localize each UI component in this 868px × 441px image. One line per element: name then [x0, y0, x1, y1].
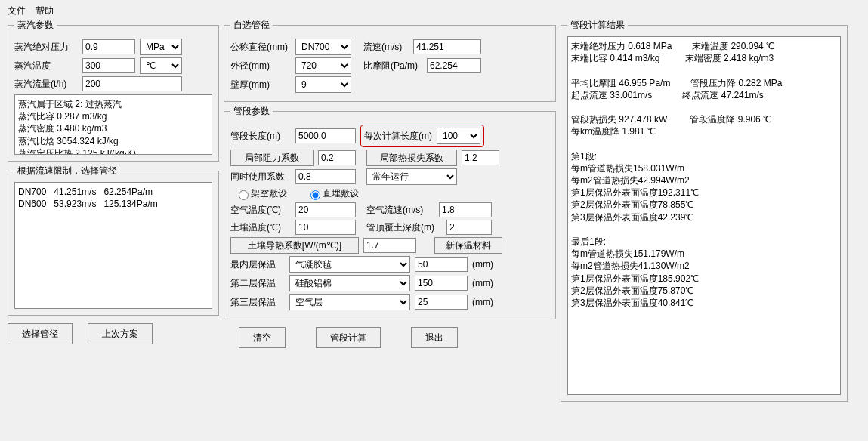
mm-2: (mm) [472, 278, 493, 288]
length-input[interactable] [295, 128, 356, 143]
soil-temp-label: 土壤温度(℃) [230, 221, 291, 234]
steam-params-group: 蒸汽参数 蒸汽绝对压力 MPa 蒸汽温度 ℃ 蒸汽流量(t/h) 蒸汽属于区域 … [8, 19, 219, 162]
run-mode-select[interactable]: 常年运行 [366, 168, 457, 185]
length-label: 管段长度(m) [230, 130, 291, 143]
abs-pressure-input[interactable] [82, 39, 135, 54]
pressure-unit-select[interactable]: MPa [140, 39, 182, 55]
simul-input[interactable] [295, 169, 356, 184]
flow-label: 蒸汽流量(t/h) [14, 78, 78, 91]
soil-cond-button[interactable]: 土壤导热系数[W/(m℃)] [230, 237, 359, 254]
steam-info-box: 蒸汽属于区域 2: 过热蒸汽 蒸汽比容 0.287 m3/kg 蒸汽密度 3.4… [14, 94, 212, 155]
self-select-legend: 自选管径 [230, 19, 273, 32]
temp-unit-select[interactable]: ℃ [140, 57, 182, 74]
new-insul-button[interactable]: 新保温材料 [434, 237, 502, 254]
od-label: 外径(mm) [230, 60, 291, 72]
menu-file[interactable]: 文件 [8, 5, 26, 16]
buried-radio-label[interactable]: 直埋敷设 [307, 187, 359, 200]
local-heat-button[interactable]: 局部热损失系数 [366, 150, 457, 166]
mm-1: (mm) [472, 259, 493, 270]
friction-label: 比摩阻(Pa/m) [363, 60, 422, 72]
calc-button[interactable]: 管段计算 [316, 327, 381, 348]
soil-temp-input[interactable] [295, 220, 356, 235]
air-temp-label: 空气温度(℃) [230, 204, 291, 217]
velocity-label: 流速(m/s) [363, 41, 409, 54]
overhead-text: 架空敷设 [251, 188, 287, 199]
menu-help[interactable]: 帮助 [36, 5, 54, 16]
cover-depth-input[interactable] [446, 220, 492, 235]
steam-params-legend: 蒸汽参数 [14, 19, 57, 32]
clear-button[interactable]: 清空 [239, 327, 286, 348]
self-select-group: 自选管径 公称直径(mm) DN700 流速(m/s) 外径(mm) 720 比… [224, 19, 556, 102]
abs-pressure-label: 蒸汽绝对压力 [14, 41, 78, 54]
last-plan-button[interactable]: 上次方案 [88, 323, 153, 344]
local-heat-input[interactable] [462, 150, 499, 165]
overhead-radio-label[interactable]: 架空敷设 [235, 187, 287, 200]
layer2-thk-input[interactable] [415, 276, 468, 291]
nominal-label: 公称直径(mm) [230, 41, 291, 54]
air-temp-input[interactable] [295, 202, 356, 217]
pipe-list-box[interactable]: DN700 41.251m/s 62.254Pa/m DN600 53.923m… [14, 182, 212, 309]
overhead-radio[interactable] [239, 190, 249, 200]
velocity-input[interactable] [413, 39, 481, 54]
local-res-button[interactable]: 局部阻力系数 [230, 150, 314, 166]
layer2-mat-select[interactable]: 硅酸铝棉 [289, 275, 410, 291]
pipe-select-group: 根据流速限制，选择管径 DN700 41.251m/s 62.254Pa/m D… [8, 165, 219, 316]
flow-input[interactable] [82, 76, 182, 91]
temp-label: 蒸汽温度 [14, 60, 78, 72]
results-box: 末端绝对压力 0.618 MPa 末端温度 290.094 ℃ 末端比容 0.4… [567, 36, 841, 395]
pipe-select-legend: 根据流速限制，选择管径 [14, 165, 120, 177]
buried-radio[interactable] [310, 190, 320, 200]
calc-len-select[interactable]: 100 [437, 128, 480, 144]
od-select[interactable]: 720 [295, 57, 351, 74]
buried-text: 直埋敷设 [323, 188, 359, 199]
mm-3: (mm) [472, 297, 493, 307]
calc-len-label: 每次计算长度(m) [364, 130, 432, 143]
local-res-input[interactable] [318, 150, 356, 165]
select-pipe-button[interactable]: 选择管径 [8, 323, 73, 344]
friction-input[interactable] [427, 58, 481, 73]
wall-label: 壁厚(mm) [230, 79, 291, 91]
cover-depth-label: 管顶覆土深度(m) [366, 221, 442, 234]
results-group: 管段计算结果 末端绝对压力 0.618 MPa 末端温度 290.094 ℃ 末… [561, 19, 848, 402]
segment-params-group: 管段参数 管段长度(m) 每次计算长度(m) 100 局部阻力系数 局部热损失系… [224, 105, 556, 319]
layer3-mat-select[interactable]: 空气层 [289, 294, 410, 310]
wall-select[interactable]: 9 [295, 76, 351, 93]
segment-params-legend: 管段参数 [230, 105, 273, 118]
inner-mat-select[interactable]: 气凝胶毡 [289, 256, 410, 273]
inner-label: 最内层保温 [230, 258, 285, 271]
inner-thk-input[interactable] [415, 257, 468, 272]
air-vel-label: 空气流速(m/s) [366, 204, 434, 217]
layer2-label: 第二层保温 [230, 277, 285, 290]
results-legend: 管段计算结果 [567, 19, 628, 32]
soil-cond-input[interactable] [363, 238, 416, 253]
nominal-select[interactable]: DN700 [295, 39, 351, 55]
air-vel-input[interactable] [439, 202, 492, 217]
exit-button[interactable]: 退出 [411, 327, 458, 348]
layer3-label: 第三层保温 [230, 296, 285, 309]
simul-label: 同时使用系数 [230, 171, 291, 183]
layer3-thk-input[interactable] [415, 295, 468, 310]
temp-input[interactable] [82, 58, 135, 73]
